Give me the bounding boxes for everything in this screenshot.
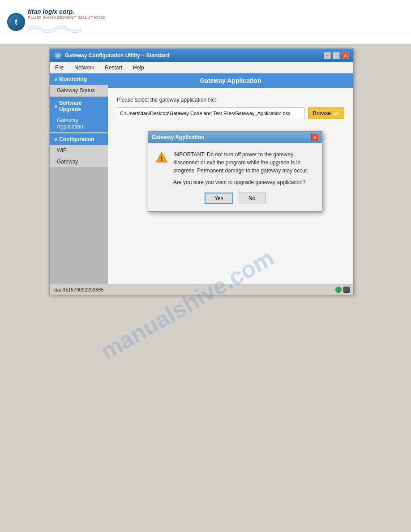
sidebar-section-configuration: ∨ Configuration WiFi Gateway bbox=[50, 133, 108, 167]
logo-icon: t bbox=[7, 13, 25, 31]
folder-icon: 📁 bbox=[333, 110, 339, 116]
company-subtitle: FLUID MANAGEMENT SOLUTIONS bbox=[28, 15, 105, 20]
sidebar-header-configuration[interactable]: ∨ Configuration bbox=[50, 133, 108, 145]
chevron-icon-2: ∨ bbox=[54, 104, 57, 109]
status-icons bbox=[335, 287, 350, 293]
maximize-button[interactable]: □ bbox=[333, 52, 340, 59]
file-row: Browse 📁 bbox=[117, 107, 344, 119]
status-bar: titan351579052293865 bbox=[50, 284, 353, 295]
company-name: titan logix corp. bbox=[28, 8, 105, 15]
file-path-input[interactable] bbox=[117, 107, 304, 119]
modal-question-text: Are you sure you want to upgrade gateway… bbox=[173, 179, 315, 185]
modal-no-button[interactable]: No bbox=[239, 193, 265, 204]
modal-title: Gateway Application bbox=[152, 134, 205, 141]
sidebar-item-wifi[interactable]: WiFi bbox=[50, 145, 108, 156]
connection-led bbox=[335, 287, 342, 293]
file-select-label: Please select the gateway application fi… bbox=[117, 97, 344, 103]
svg-text:!: ! bbox=[161, 155, 163, 162]
sidebar-item-gateway[interactable]: Gateway bbox=[50, 156, 108, 167]
sidebar-header-software-upgrade[interactable]: ∨ Software Upgrade bbox=[50, 97, 108, 115]
logo-info: titan logix corp. FLUID MANAGEMENT SOLUT… bbox=[28, 8, 105, 36]
chevron-icon: ∨ bbox=[54, 77, 57, 82]
modal-dialog: Gateway Application ✕ ! IMPORTANT: Do no… bbox=[148, 131, 322, 212]
close-button[interactable]: ✕ bbox=[342, 52, 349, 59]
sidebar-software-upgrade-label: Software Upgrade bbox=[59, 100, 103, 112]
modal-close-button[interactable]: ✕ bbox=[311, 134, 318, 141]
sidebar-monitoring-label: Monitoring bbox=[59, 76, 87, 82]
title-bar-left: ⚙ Gateway Configuration Utility – Standa… bbox=[54, 52, 169, 59]
sidebar-configuration-label: Configuration bbox=[59, 136, 94, 142]
modal-important-text: IMPORTANT: Do not turn off power to the … bbox=[173, 150, 315, 175]
status-icon bbox=[343, 287, 350, 293]
modal-title-bar: Gateway Application ✕ bbox=[148, 132, 322, 143]
menu-restart[interactable]: Restart bbox=[103, 64, 124, 72]
menu-help[interactable]: Help bbox=[131, 64, 146, 72]
minimize-button[interactable]: ─ bbox=[324, 52, 331, 59]
sidebar: ∨ Monitoring Gateway Status ∨ Software U… bbox=[50, 73, 108, 284]
menu-file[interactable]: File bbox=[53, 64, 65, 72]
sidebar-section-software-upgrade: ∨ Software Upgrade Gateway Application bbox=[50, 97, 108, 133]
logo-container: t titan logix corp. FLUID MANAGEMENT SOL… bbox=[7, 8, 105, 36]
title-bar: ⚙ Gateway Configuration Utility – Standa… bbox=[50, 49, 353, 62]
modal-content-row: ! IMPORTANT: Do not turn off power to th… bbox=[155, 150, 315, 185]
warning-icon: ! bbox=[155, 151, 168, 164]
window-title: Gateway Configuration Utility – Standard bbox=[65, 52, 169, 59]
menu-network[interactable]: Network bbox=[73, 64, 96, 72]
browse-label: Browse bbox=[313, 110, 331, 116]
modal-body: ! IMPORTANT: Do not turn off power to th… bbox=[148, 143, 322, 211]
sidebar-section-monitoring: ∨ Monitoring Gateway Status bbox=[50, 73, 108, 96]
sidebar-item-gateway-status[interactable]: Gateway Status bbox=[50, 85, 108, 96]
logo-area: t titan logix corp. FLUID MANAGEMENT SOL… bbox=[0, 0, 411, 45]
modal-yes-button[interactable]: Yes bbox=[205, 193, 233, 204]
title-controls[interactable]: ─ □ ✕ bbox=[324, 52, 349, 59]
panel-header: Gateway Application bbox=[108, 73, 353, 88]
app-icon: ⚙ bbox=[54, 52, 61, 59]
modal-message: IMPORTANT: Do not turn off power to the … bbox=[173, 150, 315, 185]
sidebar-item-gateway-application[interactable]: Gateway Application bbox=[50, 115, 108, 133]
browse-button[interactable]: Browse 📁 bbox=[308, 107, 344, 119]
status-device-id: titan351579052293865 bbox=[53, 287, 104, 292]
menu-bar: File Network Restart Help bbox=[50, 62, 353, 73]
chevron-icon-3: ∨ bbox=[54, 137, 57, 142]
logo-decoration bbox=[28, 21, 81, 35]
modal-buttons: Yes No bbox=[155, 193, 315, 204]
sidebar-header-monitoring[interactable]: ∨ Monitoring bbox=[50, 73, 108, 85]
